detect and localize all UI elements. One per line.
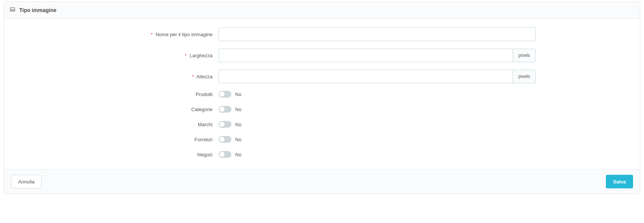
row-name: * Nome per il tipo immagine bbox=[11, 27, 633, 41]
image-type-panel: Tipo immagine * Nome per il tipo immagin… bbox=[4, 2, 640, 194]
row-width: * Larghezza pixels bbox=[11, 49, 633, 62]
height-input[interactable] bbox=[219, 70, 513, 83]
row-stores: Negozi No bbox=[11, 151, 633, 158]
row-height: * Altezza pixels bbox=[11, 70, 633, 83]
row-categories: Categorie No bbox=[11, 106, 633, 113]
products-toggle-state: No bbox=[235, 92, 242, 97]
row-brands: Marchi No bbox=[11, 121, 633, 128]
cancel-button[interactable]: Annulla bbox=[11, 175, 42, 188]
save-button[interactable]: Salva bbox=[606, 175, 633, 188]
svg-point-1 bbox=[11, 9, 12, 9]
label-stores: Negozi bbox=[11, 152, 219, 157]
label-height: * Altezza bbox=[11, 74, 219, 79]
panel-title: Tipo immagine bbox=[19, 7, 57, 13]
required-star-icon: * bbox=[185, 53, 187, 58]
width-unit: pixels bbox=[513, 49, 536, 62]
label-name-text: Nome per il tipo immagine bbox=[156, 32, 213, 37]
name-input[interactable] bbox=[219, 27, 536, 41]
label-products: Prodotti bbox=[11, 92, 219, 97]
brands-toggle[interactable] bbox=[219, 121, 231, 128]
label-brands: Marchi bbox=[11, 122, 219, 127]
stores-toggle-state: No bbox=[235, 152, 242, 157]
label-categories: Categorie bbox=[11, 107, 219, 112]
width-input[interactable] bbox=[219, 49, 513, 62]
suppliers-toggle[interactable] bbox=[219, 136, 231, 143]
row-products: Prodotti No bbox=[11, 91, 633, 98]
height-unit: pixels bbox=[513, 70, 536, 83]
stores-toggle[interactable] bbox=[219, 151, 231, 158]
label-height-text: Altezza bbox=[196, 74, 213, 79]
products-toggle[interactable] bbox=[219, 91, 231, 98]
brands-toggle-state: No bbox=[235, 122, 242, 127]
categories-toggle-state: No bbox=[235, 107, 242, 112]
required-star-icon: * bbox=[192, 74, 194, 79]
label-width-text: Larghezza bbox=[190, 53, 213, 58]
suppliers-toggle-state: No bbox=[235, 137, 242, 142]
label-suppliers: Fornitori bbox=[11, 137, 219, 142]
label-width: * Larghezza bbox=[11, 53, 219, 58]
label-name: * Nome per il tipo immagine bbox=[11, 32, 219, 37]
row-suppliers: Fornitori No bbox=[11, 136, 633, 143]
image-icon bbox=[9, 6, 15, 14]
panel-body: * Nome per il tipo immagine * Larghezza … bbox=[4, 18, 640, 169]
panel-footer: Annulla Salva bbox=[4, 169, 640, 194]
required-star-icon: * bbox=[151, 32, 153, 37]
categories-toggle[interactable] bbox=[219, 106, 231, 113]
panel-header: Tipo immagine bbox=[4, 2, 640, 18]
